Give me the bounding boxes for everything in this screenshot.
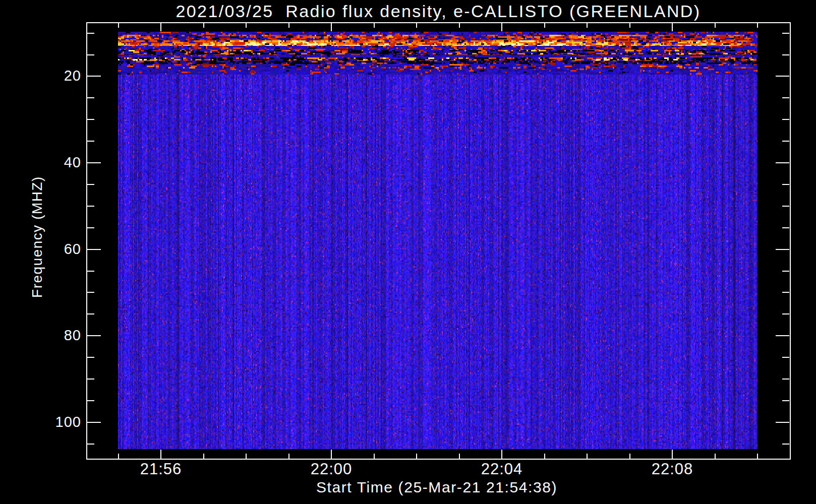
x-tick-label: 21:56 bbox=[121, 460, 201, 478]
x-tick-minor bbox=[374, 454, 375, 459]
y-tick-minor bbox=[87, 206, 94, 207]
y-tick-major bbox=[776, 76, 789, 77]
y-tick-minor bbox=[87, 271, 94, 272]
x-tick-minor bbox=[246, 454, 247, 459]
y-tick-minor bbox=[87, 313, 94, 314]
y-tick-minor bbox=[87, 54, 94, 55]
y-tick-minor bbox=[782, 33, 789, 34]
x-tick-minor bbox=[416, 23, 417, 28]
y-tick-minor bbox=[782, 184, 789, 185]
spectrogram-screen: 2021/03/25 Radio flux density, e-CALLIST… bbox=[0, 0, 816, 504]
y-tick-minor bbox=[87, 444, 94, 445]
x-tick-label: 22:00 bbox=[291, 460, 372, 478]
y-tick-minor bbox=[782, 313, 789, 314]
x-tick-minor bbox=[203, 454, 204, 459]
y-tick-major bbox=[776, 249, 789, 250]
x-tick-minor bbox=[203, 23, 204, 28]
x-tick-minor bbox=[288, 23, 289, 28]
x-tick-minor bbox=[459, 454, 460, 459]
x-tick-major bbox=[331, 450, 332, 459]
y-tick-minor bbox=[782, 379, 789, 380]
y-tick-major bbox=[776, 335, 789, 336]
x-tick-minor bbox=[374, 23, 375, 28]
x-tick-minor bbox=[629, 23, 630, 28]
y-tick-minor bbox=[87, 400, 94, 401]
x-tick-minor bbox=[629, 454, 630, 459]
x-tick-minor bbox=[587, 23, 588, 28]
x-tick-major bbox=[501, 23, 502, 31]
x-tick-minor bbox=[118, 23, 119, 28]
y-tick-minor bbox=[782, 357, 789, 358]
x-tick-label: 22:04 bbox=[461, 460, 542, 478]
y-tick-minor bbox=[782, 444, 789, 445]
x-tick-major bbox=[672, 23, 673, 31]
x-tick-minor bbox=[544, 23, 545, 28]
y-tick-minor bbox=[782, 227, 789, 228]
chart-title: 2021/03/25 Radio flux density, e-CALLIST… bbox=[176, 2, 701, 21]
x-tick-minor bbox=[715, 23, 716, 28]
x-tick-major bbox=[160, 450, 161, 459]
x-tick-minor bbox=[715, 454, 716, 459]
x-tick-major bbox=[672, 450, 673, 459]
x-tick-label: 22:08 bbox=[632, 460, 713, 478]
x-tick-minor bbox=[416, 454, 417, 459]
y-tick-major bbox=[776, 162, 789, 163]
y-tick-minor bbox=[782, 400, 789, 401]
x-tick-major bbox=[160, 23, 161, 31]
x-tick-minor bbox=[459, 23, 460, 28]
x-tick-minor bbox=[757, 454, 758, 459]
y-tick-minor bbox=[782, 206, 789, 207]
x-axis-title: Start Time (25-Mar-21 21:54:38) bbox=[316, 479, 557, 496]
x-tick-minor bbox=[757, 23, 758, 28]
x-tick-minor bbox=[118, 454, 119, 459]
y-tick-major bbox=[776, 422, 789, 423]
x-tick-minor bbox=[587, 454, 588, 459]
y-tick-label: 100 bbox=[21, 414, 81, 430]
y-tick-minor bbox=[87, 33, 94, 34]
y-tick-minor bbox=[87, 119, 94, 120]
y-tick-major bbox=[87, 162, 101, 163]
x-tick-minor bbox=[544, 454, 545, 459]
y-tick-minor bbox=[87, 141, 94, 142]
y-tick-minor bbox=[87, 97, 94, 98]
y-tick-minor bbox=[782, 292, 789, 293]
y-tick-minor bbox=[87, 184, 94, 185]
y-tick-major bbox=[87, 335, 101, 336]
x-tick-major bbox=[331, 23, 332, 31]
x-tick-major bbox=[501, 450, 502, 459]
y-tick-label: 20 bbox=[21, 68, 81, 84]
y-tick-major bbox=[87, 422, 101, 423]
y-tick-minor bbox=[87, 357, 94, 358]
y-tick-minor bbox=[782, 271, 789, 272]
y-tick-minor bbox=[782, 141, 789, 142]
y-tick-minor bbox=[782, 97, 789, 98]
y-tick-minor bbox=[87, 379, 94, 380]
x-tick-minor bbox=[246, 23, 247, 28]
x-tick-minor bbox=[288, 454, 289, 459]
y-tick-major bbox=[87, 76, 101, 77]
y-tick-label: 80 bbox=[21, 327, 81, 344]
y-tick-minor bbox=[87, 227, 94, 228]
y-axis-title: Frequency (MHZ) bbox=[29, 176, 45, 298]
y-tick-major bbox=[87, 249, 101, 250]
spectrogram-image bbox=[118, 32, 757, 449]
y-tick-label: 40 bbox=[21, 154, 81, 171]
y-tick-minor bbox=[782, 54, 789, 55]
y-tick-minor bbox=[87, 292, 94, 293]
y-tick-minor bbox=[782, 119, 789, 120]
